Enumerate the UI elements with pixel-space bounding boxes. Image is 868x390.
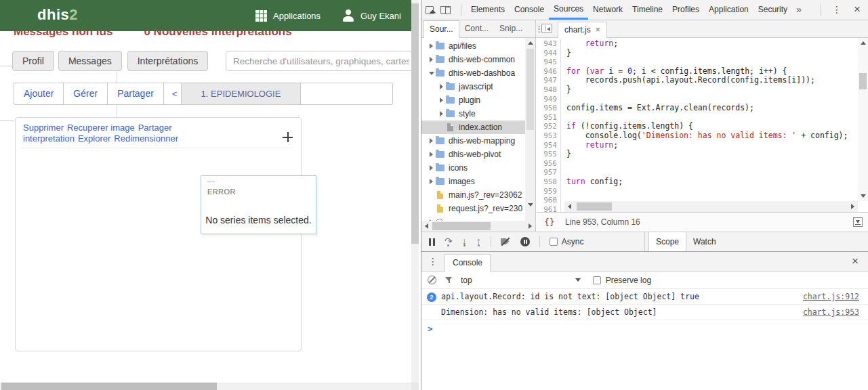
- deactivate-breakpoints-icon[interactable]: [501, 238, 511, 245]
- inspect-element-icon[interactable]: [426, 6, 434, 14]
- scroll-left-button[interactable]: [421, 221, 432, 232]
- tab-console[interactable]: Console: [445, 254, 491, 272]
- tree-item-javascript[interactable]: javascript: [421, 80, 525, 93]
- devtools-tab-application[interactable]: Application: [704, 0, 753, 20]
- user-menu[interactable]: Guy Ekani: [342, 0, 401, 31]
- console-prompt-icon[interactable]: >: [421, 320, 868, 334]
- chevron-right-icon[interactable]: [440, 98, 443, 103]
- tree-item-dhis-web-common[interactable]: dhis-web-common: [421, 53, 525, 66]
- editor-hscroll-thumb[interactable]: [577, 202, 612, 211]
- pretty-print-icon[interactable]: {}: [544, 217, 555, 227]
- devtools-close-icon[interactable]: ×: [848, 0, 867, 20]
- step-over-icon[interactable]: ↷: [445, 237, 453, 246]
- pause-script-icon[interactable]: [429, 238, 435, 246]
- widget-link-recuperer-image[interactable]: Recuperer image: [67, 123, 135, 133]
- step-out-icon[interactable]: ↑: [476, 237, 481, 246]
- source-location-link[interactable]: chart.js:953: [803, 307, 859, 317]
- search-input[interactable]: [226, 51, 417, 71]
- tree-item-request-js--rev-230[interactable]: request.js?_rev=230: [421, 202, 525, 215]
- devtools-tab-sources[interactable]: Sources: [549, 0, 588, 20]
- navigator-tab-snip[interactable]: Snip...: [494, 20, 528, 37]
- clear-console-icon[interactable]: [428, 276, 436, 284]
- editor-vertical-scrollbar: [858, 38, 868, 201]
- file-tab-close-icon[interactable]: ×: [596, 22, 600, 38]
- devtools-tab-profiles[interactable]: Profiles: [667, 0, 704, 20]
- widget-link-redimensionner[interactable]: Redimensionner: [114, 133, 178, 144]
- disclosure-slot: [427, 165, 436, 171]
- tree-item-index-action[interactable]: index.action: [421, 121, 525, 134]
- chevron-down-icon[interactable]: [575, 278, 581, 282]
- scroll-right-button[interactable]: [848, 201, 858, 212]
- tree-item-api-files[interactable]: api/files: [421, 39, 525, 53]
- scroll-down-button[interactable]: [858, 191, 868, 201]
- panel-toggle-icon[interactable]: [853, 217, 863, 227]
- tab-watch[interactable]: Watch: [686, 232, 723, 251]
- editor-vscroll-thumb[interactable]: [859, 73, 867, 89]
- chevron-right-icon[interactable]: [440, 84, 443, 89]
- tree-item-main-js--rev-23062[interactable]: main.js?_rev=23062: [421, 188, 525, 202]
- execution-context-dropdown[interactable]: top: [461, 276, 472, 285]
- drawer-menu-icon[interactable]: ⋮: [421, 252, 445, 271]
- widget-link-supprimer[interactable]: Supprimer: [23, 123, 64, 133]
- dashboard-tab-epidemiologie[interactable]: 1. EPIDEMIOLOGIE: [182, 83, 301, 104]
- tab-profil[interactable]: Profil: [12, 51, 54, 71]
- tree-item-dhis-web-mapping[interactable]: dhis-web-mapping: [421, 134, 525, 148]
- devtools-menu-icon[interactable]: ⋮: [826, 0, 848, 20]
- code-editor[interactable]: 9439449459469479489499509519529539549559…: [537, 38, 868, 212]
- move-icon[interactable]: [283, 132, 293, 142]
- scroll-up-button[interactable]: [525, 38, 535, 48]
- code-content[interactable]: return;}for (var i = 0; i < config.items…: [566, 39, 857, 201]
- scroll-right-button[interactable]: [525, 221, 535, 232]
- chevron-right-icon[interactable]: [430, 179, 433, 184]
- tree-item-dhis-web-dashboa[interactable]: dhis-web-dashboa: [421, 66, 525, 80]
- tree-item-style[interactable]: style: [421, 107, 525, 121]
- scroll-down-button[interactable]: [525, 200, 535, 210]
- device-toolbar-icon[interactable]: [440, 6, 451, 14]
- tree-item-partial[interactable]: [421, 215, 525, 221]
- devtools-tab-console[interactable]: Console: [510, 0, 549, 20]
- scroll-left-button[interactable]: [564, 201, 575, 212]
- ajouter-button[interactable]: Ajouter: [14, 83, 64, 104]
- devtools-tab-timeline[interactable]: Timeline: [627, 0, 667, 20]
- widget-link-explorer[interactable]: Explorer: [78, 133, 110, 144]
- dhis2-logo[interactable]: dhis2: [37, 6, 78, 24]
- step-into-icon[interactable]: ↓: [462, 237, 467, 246]
- vertical-scrollbar-thumb[interactable]: [411, 3, 419, 244]
- scroll-up-button[interactable]: [858, 38, 868, 48]
- devtools-tab-network[interactable]: Network: [588, 0, 627, 20]
- file-tab-chartjs[interactable]: chart.js ×: [558, 22, 607, 38]
- grer-button[interactable]: Gérer: [64, 83, 108, 104]
- tree-item-dhis-web-pivot[interactable]: dhis-web-pivot: [421, 148, 525, 161]
- navigator-tab-cont[interactable]: Cont...: [459, 20, 494, 37]
- devtools-tab-security[interactable]: Security: [753, 0, 792, 20]
- tree-item-plugin[interactable]: plugin: [421, 93, 525, 107]
- async-checkbox[interactable]: [550, 238, 558, 246]
- chevron-right-icon[interactable]: [430, 165, 433, 171]
- hide-navigator-icon[interactable]: [541, 24, 552, 33]
- filter-icon[interactable]: [445, 276, 453, 284]
- pause-on-exceptions-icon[interactable]: [520, 237, 530, 246]
- chevron-right-icon[interactable]: [440, 111, 443, 116]
- chevron-right-icon[interactable]: [430, 43, 433, 49]
- partager-button[interactable]: Partager: [108, 83, 164, 104]
- tree-hscroll-thumb[interactable]: [432, 222, 491, 230]
- chevron-right-icon[interactable]: [430, 57, 433, 62]
- devtools-tab-elements[interactable]: Elements: [466, 0, 510, 20]
- chevron-down-icon[interactable]: [429, 72, 434, 75]
- more-tabs-icon[interactable]: »: [792, 0, 806, 20]
- tree-vscroll-thumb[interactable]: [526, 49, 534, 130]
- applications-menu[interactable]: Applications: [255, 0, 321, 31]
- source-location-link[interactable]: chart.js:912: [803, 292, 859, 301]
- drawer-close-icon[interactable]: ×: [846, 252, 864, 271]
- tab-interprtations[interactable]: Interprétations: [127, 51, 209, 71]
- tab-messages[interactable]: Messages: [58, 51, 122, 71]
- line-number: 949: [537, 95, 557, 104]
- chevron-right-icon[interactable]: [430, 138, 433, 144]
- horizontal-scrollbar-thumb[interactable]: [1, 383, 217, 390]
- tab-scope[interactable]: Scope: [648, 232, 686, 251]
- navigator-tab-sour[interactable]: Sour...: [423, 20, 459, 38]
- chevron-right-icon[interactable]: [430, 152, 433, 157]
- tree-item-images[interactable]: images: [421, 175, 525, 188]
- preserve-log-checkbox[interactable]: [593, 276, 601, 284]
- tree-item-icons[interactable]: icons: [421, 161, 525, 175]
